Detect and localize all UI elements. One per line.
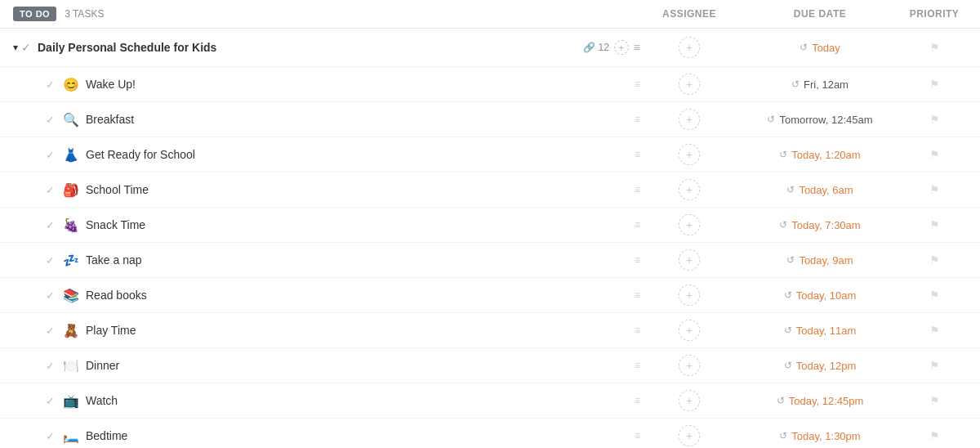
section-row: ▾ ✓ Daily Personal Schedule for Kids 🔗 1… [0, 29, 980, 67]
task-assignee-avatar-3[interactable]: + [679, 179, 700, 200]
task-flag-icon-0[interactable]: ⚑ [929, 78, 940, 91]
task-drag-2[interactable]: ≡ [635, 149, 640, 160]
task-row: ✓ 📺 Watch ≡ + ↺ Today, 12:45pm ⚑ [0, 383, 980, 419]
section-toggle[interactable]: ▾ [13, 42, 18, 53]
section-add-button[interactable]: + [614, 40, 629, 55]
section-check[interactable]: ✓ [21, 41, 31, 54]
task-check-2[interactable]: ✓ [46, 149, 55, 161]
section-num-value: 12 [598, 42, 608, 53]
task-row: ✓ 🧸 Play Time ≡ + ↺ Today, 11am ⚑ [0, 313, 980, 348]
task-assignee-avatar-1[interactable]: + [679, 109, 700, 130]
task-icon-8: 🍽️ [63, 358, 79, 374]
task-clock-icon-7: ↺ [784, 325, 792, 336]
task-check-4[interactable]: ✓ [46, 219, 55, 231]
task-assignee-avatar-8[interactable]: + [679, 355, 700, 376]
task-check-10[interactable]: ✓ [46, 430, 55, 442]
task-clock-icon-0: ↺ [791, 78, 800, 90]
task-flag-icon-10[interactable]: ⚑ [929, 429, 940, 442]
task-drag-6[interactable]: ≡ [635, 289, 640, 301]
task-flag-icon-8[interactable]: ⚑ [929, 359, 940, 372]
task-drag-7[interactable]: ≡ [635, 325, 640, 336]
task-clock-icon-8: ↺ [784, 360, 792, 371]
task-assignee-avatar-6[interactable]: + [679, 284, 700, 306]
task-assignee-avatar-4[interactable]: + [679, 214, 700, 235]
task-icon-1: 🔍 [63, 112, 79, 128]
task-drag-4[interactable]: ≡ [635, 219, 640, 231]
task-clock-icon-6: ↺ [784, 289, 792, 301]
task-drag-9[interactable]: ≡ [635, 395, 640, 406]
task-flag-icon-3[interactable]: ⚑ [929, 183, 940, 196]
section-duedate-cell: ↺ Today [738, 42, 902, 54]
task-priority-4: ⚑ [902, 218, 967, 231]
task-drag-3[interactable]: ≡ [635, 184, 640, 195]
section-num: 🔗 12 [583, 42, 608, 53]
task-assignee-avatar-2[interactable]: + [679, 144, 700, 165]
task-clock-icon-2: ↺ [779, 149, 787, 160]
task-due-text-0: Fri, 12am [804, 78, 849, 91]
task-check-5[interactable]: ✓ [46, 254, 55, 267]
task-due-text-4: Today, 7:30am [791, 219, 860, 231]
task-assignee-4: + [640, 214, 738, 235]
section-assignee-avatar[interactable]: + [679, 37, 700, 58]
task-check-1[interactable]: ✓ [46, 114, 55, 126]
task-check-3[interactable]: ✓ [46, 184, 55, 196]
task-due-text-9: Today, 12:45pm [789, 395, 864, 407]
task-row: ✓ 😊 Wake Up! ≡ + ↺ Fri, 12am ⚑ [0, 67, 980, 102]
task-name-10: Bedtime [86, 429, 630, 442]
task-assignee-6: + [640, 284, 738, 306]
task-assignee-7: + [640, 320, 738, 341]
task-flag-icon-2[interactable]: ⚑ [929, 148, 940, 161]
task-assignee-5: + [640, 249, 738, 271]
task-name-5: Take a nap [86, 253, 630, 267]
task-check-7[interactable]: ✓ [46, 325, 55, 337]
task-flag-icon-5[interactable]: ⚑ [929, 253, 940, 267]
task-assignee-8: + [640, 355, 738, 376]
section-assignee-cell: + [640, 37, 738, 58]
task-check-6[interactable]: ✓ [46, 289, 55, 302]
task-due-text-10: Today, 1:30pm [791, 430, 860, 442]
col-priority-header: PRIORITY [902, 8, 967, 20]
task-check-9[interactable]: ✓ [46, 395, 55, 407]
task-assignee-avatar-7[interactable]: + [679, 320, 700, 341]
task-flag-icon-4[interactable]: ⚑ [929, 218, 940, 231]
task-row: ✓ 🔍 Breakfast ≡ + ↺ Tomorrow, 12:45am ⚑ [0, 102, 980, 137]
task-icon-7: 🧸 [63, 323, 79, 338]
task-flag-icon-7[interactable]: ⚑ [929, 324, 940, 337]
task-row: ✓ 💤 Take a nap ≡ + ↺ Today, 9am ⚑ [0, 243, 980, 278]
task-duedate-10: ↺ Today, 1:30pm [738, 430, 902, 442]
task-check-8[interactable]: ✓ [46, 360, 55, 372]
task-icon-4: 🍇 [63, 217, 79, 233]
task-row: ✓ 🍽️ Dinner ≡ + ↺ Today, 12pm ⚑ [0, 348, 980, 383]
task-drag-10[interactable]: ≡ [635, 430, 640, 441]
task-clock-icon-5: ↺ [786, 254, 795, 266]
task-drag-1[interactable]: ≡ [635, 114, 640, 125]
task-name-2: Get Ready for School [86, 148, 630, 161]
task-row: ✓ 🛏️ Bedtime ≡ + ↺ Today, 1:30pm ⚑ [0, 419, 980, 448]
task-priority-9: ⚑ [902, 394, 967, 407]
task-name-3: School Time [86, 183, 630, 196]
task-drag-5[interactable]: ≡ [635, 254, 640, 266]
task-due-text-3: Today, 6am [799, 184, 853, 196]
task-name-0: Wake Up! [86, 78, 630, 91]
task-check-0[interactable]: ✓ [46, 78, 55, 91]
task-assignee-avatar-5[interactable]: + [679, 249, 700, 271]
task-duedate-7: ↺ Today, 11am [738, 325, 902, 337]
task-duedate-1: ↺ Tomorrow, 12:45am [738, 114, 902, 126]
task-icon-5: 💤 [63, 253, 79, 268]
task-clock-icon-10: ↺ [779, 430, 787, 441]
task-drag-8[interactable]: ≡ [635, 360, 640, 371]
task-assignee-avatar-9[interactable]: + [679, 390, 700, 411]
task-assignee-avatar-10[interactable]: + [679, 425, 700, 446]
section-menu-icon[interactable]: ≡ [634, 41, 640, 54]
task-flag-icon-9[interactable]: ⚑ [929, 394, 940, 407]
task-duedate-3: ↺ Today, 6am [738, 184, 902, 196]
section-flag-icon[interactable]: ⚑ [929, 41, 940, 54]
task-flag-icon-6[interactable]: ⚑ [929, 289, 940, 302]
task-row: ✓ 🍇 Snack Time ≡ + ↺ Today, 7:30am ⚑ [0, 208, 980, 243]
task-assignee-avatar-0[interactable]: + [679, 74, 700, 95]
task-flag-icon-1[interactable]: ⚑ [929, 113, 940, 126]
task-icon-6: 📚 [63, 288, 79, 303]
task-clock-icon-3: ↺ [786, 184, 795, 195]
task-drag-0[interactable]: ≡ [635, 78, 640, 90]
task-due-text-2: Today, 1:20am [791, 149, 860, 161]
